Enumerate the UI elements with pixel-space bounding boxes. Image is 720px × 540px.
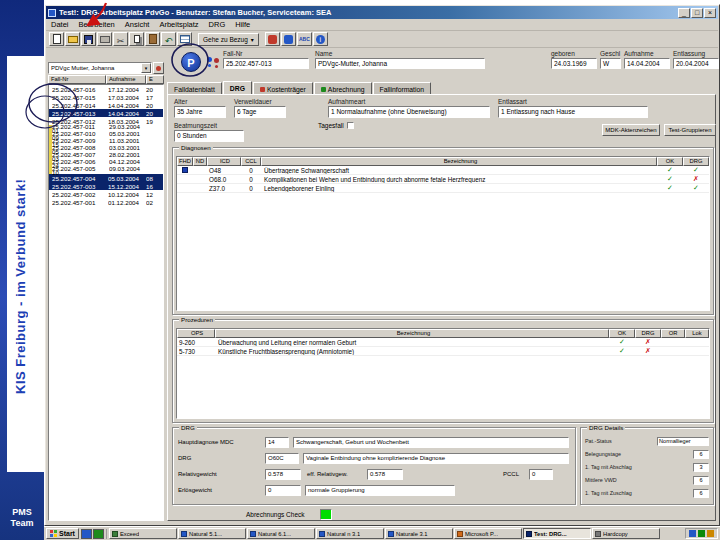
quicklaunch-icon-2[interactable] — [93, 529, 104, 539]
tray-icon-3[interactable] — [707, 530, 714, 537]
taskbar-task-exceed[interactable]: Exceed — [109, 528, 177, 539]
tab-drg[interactable]: DRG — [223, 81, 252, 94]
cut-button[interactable] — [113, 32, 128, 46]
abrechnungs-check-label[interactable]: Abrechnungs Check — [246, 511, 305, 518]
diagnoses-body[interactable]: O480Übertragene Schwangerschaft✓✓O68.00K… — [177, 166, 709, 193]
paste-button[interactable] — [145, 32, 160, 46]
menu-item-drg[interactable]: DRG — [204, 20, 231, 29]
procedures-header: OPSBezeichnungOKDRGORLok — [177, 329, 709, 338]
taskbar-task-natural-5-1[interactable]: Natural 5.1... — [178, 528, 246, 539]
beatmung-field[interactable]: 0 Stunden — [174, 130, 244, 142]
tab-fallinformation[interactable]: Fallinformation — [373, 82, 432, 94]
case-column-header[interactable]: Aufnahme — [106, 75, 146, 84]
pccl-field[interactable]: 0 — [529, 469, 553, 480]
print-button[interactable] — [97, 32, 112, 46]
drg-code-field[interactable]: O60C — [265, 453, 299, 464]
patient-combo[interactable]: PDVgc Mutter, Johanna ▾ — [48, 62, 152, 74]
tab-kostentr-ger[interactable]: Kostenträger — [253, 82, 313, 94]
patient-field-fall-nr: Fall-Nr25.202.457-013 — [223, 50, 309, 69]
case-list-body[interactable]: 25.202.457-01617.12.20042025.202.457-015… — [48, 84, 164, 521]
tab-abrechnung[interactable]: Abrechnung — [314, 82, 372, 94]
taskbar-task-test-drg[interactable]: Test: DRG... — [523, 528, 591, 539]
patient-field-value[interactable]: 24.03.1969 — [551, 58, 597, 69]
taskbar-task-hardcopy[interactable]: Hardcopy — [592, 528, 660, 539]
eff-relativgewicht-field[interactable]: 0.578 — [367, 469, 403, 480]
undo-button[interactable] — [161, 32, 176, 46]
aufnahmeart-field[interactable]: 1 Normalaufnahme (ohne Überweisung) — [328, 106, 490, 118]
menu-item-arbeitsplatz[interactable]: Arbeitsplatz — [154, 20, 203, 29]
patient-field-value[interactable]: W — [600, 58, 621, 69]
verweildauer-field[interactable]: 6 Tage — [234, 106, 286, 118]
diagnosis-row[interactable]: Z37.00Lebendgeborener Einling✓✓ — [177, 184, 709, 193]
grid-button[interactable] — [177, 32, 192, 46]
case-list-row[interactable]: 25.202.457-01414.04.200420 — [49, 101, 163, 109]
case-list-row[interactable]: 25.202.457-01517.03.200417 — [49, 93, 163, 101]
copy-button[interactable] — [129, 32, 144, 46]
close-button[interactable]: × — [704, 8, 716, 18]
patient-blue-button[interactable] — [281, 32, 296, 46]
case-filter-button[interactable] — [153, 62, 164, 74]
case-column-header[interactable]: E — [146, 75, 164, 84]
alter-field[interactable]: 35 Jahre — [174, 106, 226, 118]
check-icon: ✓ — [693, 184, 699, 192]
menu-item-datei[interactable]: Datei — [46, 20, 74, 29]
test-gruppieren-button[interactable]: Test-Gruppieren — [664, 124, 716, 136]
menu-item-bearbeiten[interactable]: Bearbeiten — [74, 20, 120, 29]
taskbar-task-natural-6-1[interactable]: Natural 6.1... — [247, 528, 315, 539]
patient-field-value[interactable]: 14.04.2004 — [624, 58, 670, 69]
taskbar-task-natural-n-3-1[interactable]: Natural n 3.1 — [316, 528, 384, 539]
diagnoses-column-header: CCL — [241, 157, 261, 166]
chevron-down-icon[interactable]: ▾ — [141, 63, 151, 73]
tray-icon-2[interactable] — [698, 530, 705, 537]
check-icon: ✓ — [619, 347, 625, 355]
app-window: Test!: DRG-Arbeitsplatz PdvGo - Benutzer… — [44, 4, 720, 526]
mdc-text-field[interactable]: Schwangerschaft, Geburt und Wochenbett — [293, 437, 569, 448]
quicklaunch-icon-1[interactable] — [81, 529, 92, 539]
open-folder-button[interactable] — [65, 32, 80, 46]
diagnosis-row[interactable]: O480Übertragene Schwangerschaft✓✓ — [177, 166, 709, 175]
gruppierung-field[interactable]: normale Gruppierung — [305, 485, 455, 496]
maximize-button[interactable]: □ — [691, 8, 703, 18]
entlassart-field[interactable]: 1 Entlassung nach Hause — [498, 106, 648, 118]
tray-icon-1[interactable] — [689, 530, 696, 537]
procedures-body[interactable]: 9-260Überwachung und Leitung einer norma… — [177, 338, 709, 356]
procedure-row[interactable]: 9-260Überwachung und Leitung einer norma… — [177, 338, 709, 347]
case-list-row[interactable]: 25.202.457-00405.03.200408 — [49, 174, 163, 182]
new-document-button[interactable] — [49, 32, 64, 46]
case-list-row[interactable]: 25.202.457-00315.12.200416 — [49, 182, 163, 190]
patient-field-value[interactable]: PDVgc-Mutter, Johanna — [315, 58, 485, 69]
patient-red-button[interactable] — [265, 32, 280, 46]
diagnoses-column-header: DRG — [683, 157, 709, 166]
case-list-row[interactable]: 25.202.457-01314.04.200420 — [49, 109, 163, 117]
spellcheck-abc-button[interactable]: ABC — [297, 32, 312, 46]
case-column-header[interactable]: Fall-Nr — [48, 75, 106, 84]
save-button[interactable] — [81, 32, 96, 46]
case-list-row[interactable]: 25.202.457-00210.12.200412 — [49, 190, 163, 198]
mdc-code-field[interactable]: 14 — [265, 437, 289, 448]
taskbar-task-microsoft-p[interactable]: Microsoft P... — [454, 528, 522, 539]
menu-item-ansicht[interactable]: Ansicht — [120, 20, 155, 29]
info-button[interactable] — [313, 32, 328, 46]
title-bar[interactable]: Test!: DRG-Arbeitsplatz PdvGo - Benutzer… — [46, 6, 718, 19]
case-list-row[interactable]: 25.202.457-00509.03.200410 — [49, 167, 56, 174]
case-list-row[interactable]: 25.202.457-01617.12.200420 — [49, 85, 163, 93]
tagesfall-checkbox[interactable] — [347, 122, 354, 129]
relativgewicht-field[interactable]: 0.578 — [265, 469, 301, 480]
tab-falldatenblatt[interactable]: Falldatenblatt — [167, 82, 222, 94]
start-button[interactable]: Start — [46, 528, 79, 539]
erloesgewicht-field[interactable]: 0 — [265, 485, 301, 496]
minimize-button[interactable]: _ — [678, 8, 690, 18]
diagnosis-row[interactable]: O68.00Komplikationen bei Wehen und Entbi… — [177, 175, 709, 184]
drg-text-field[interactable]: Vaginale Entbindung ohne komplizierende … — [303, 453, 569, 464]
mdk-aktenzeichen-button[interactable]: MDK-Aktenzeichen — [602, 124, 660, 136]
case-list-row[interactable]: 25.202.457-00101.12.200402 — [49, 198, 163, 206]
patient-field-value[interactable]: 25.202.457-013 — [223, 58, 309, 69]
beatmung-label: Beatmungszeit — [174, 122, 217, 129]
patient-field-value[interactable]: 20.04.2004 — [673, 58, 719, 69]
procedure-row[interactable]: 5-730Künstliche Fruchtblasensprengung (A… — [177, 347, 709, 356]
menu-item-hilfe[interactable]: Hilfe — [230, 20, 255, 29]
abrechnungs-check-row: Abrechnungs Check — [168, 509, 715, 521]
diagnoses-group: Diagnosen FHDNDICDCCLBezeichnungOKDRG O4… — [172, 147, 714, 315]
taskbar-task-naturale-3-1[interactable]: Naturale 3.1 — [385, 528, 453, 539]
goto-bezug-button[interactable]: Gehe zu Bezug ▾ — [198, 33, 259, 46]
